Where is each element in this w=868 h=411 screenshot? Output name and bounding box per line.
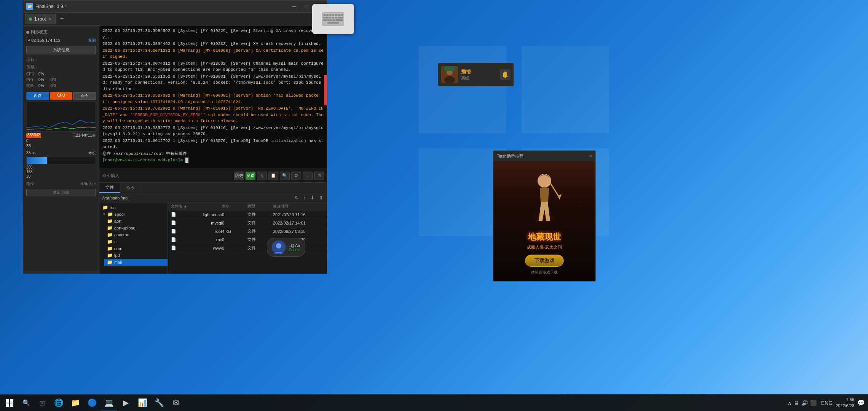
- term-line-4: 2022-06-23T15:27:39.5501052 0 [System] […: [102, 73, 324, 92]
- process-row3: 3B: [26, 143, 96, 148]
- tree-label-anacron: anacron: [114, 233, 129, 237]
- upload-btn[interactable]: ⬆: [318, 195, 324, 201]
- tree-item-run[interactable]: 📁 run: [99, 204, 168, 211]
- game-ad-header: Flash助手推荐 ✕: [493, 151, 595, 161]
- download-btn[interactable]: ⬇: [310, 195, 315, 201]
- game-ad-close-btn[interactable]: ✕: [589, 154, 592, 159]
- history-btn[interactable]: 历史: [234, 172, 244, 180]
- up-btn[interactable]: ↑: [303, 195, 307, 201]
- send-btn[interactable]: 发送: [246, 172, 255, 180]
- file-row-root[interactable]: 📄root 4 KB 文件 2022/06/27 03:35: [168, 227, 327, 236]
- ie-btn[interactable]: 🔵: [84, 395, 101, 411]
- paste-btn[interactable]: 📋: [268, 172, 278, 180]
- file-modified-root: 2022/06/27 03:35: [273, 229, 324, 234]
- file-size-mysql: 0: [222, 221, 247, 225]
- user-info: 颓悟 离线: [461, 68, 497, 81]
- sys-icons: ∧ 🖥 🔊 ⬛: [788, 400, 817, 406]
- refresh-btn[interactable]: ↻: [294, 195, 300, 201]
- file-type-root: 文件: [247, 228, 273, 234]
- file-size-lighthouse: 0: [222, 212, 247, 217]
- lang-label[interactable]: ENG: [821, 400, 833, 406]
- minimize-button[interactable]: ─: [289, 2, 300, 11]
- file-row-lighthouse[interactable]: 📄lighthouse 0 文件 2021/07/20 11:16: [168, 210, 327, 219]
- tree-item-spool[interactable]: ▼ 📁 spool: [99, 211, 168, 218]
- finalshell-taskbar-btn[interactable]: 💻: [101, 395, 117, 411]
- explorer-btn[interactable]: 📁: [67, 395, 84, 411]
- file-size-www: 0: [222, 246, 247, 250]
- task-view-btn[interactable]: ⊞: [34, 395, 50, 411]
- cmd-tab-btn[interactable]: 命令: [73, 92, 96, 100]
- expand-btn[interactable]: ⊡: [314, 172, 324, 180]
- network-icon[interactable]: 🖥: [794, 400, 799, 406]
- term-line-6: 2022-06-23T15:31:39.7682902 0 [Warning] …: [102, 105, 324, 124]
- search-button[interactable]: 🔍: [19, 395, 34, 411]
- svg-rect-13: [341, 14, 343, 16]
- net-total-row: 30: [26, 174, 96, 178]
- tree-label-spool: spool: [115, 212, 124, 217]
- net-recv-row: 306: [26, 165, 96, 169]
- cpu-tab-btn[interactable]: CPU: [50, 92, 73, 100]
- notification-btn[interactable]: 💬: [857, 399, 865, 406]
- app3-btn[interactable]: 🔧: [151, 395, 168, 411]
- folder-icon-lpd: 📁: [107, 253, 113, 258]
- tree-item-at[interactable]: 📁 at: [104, 238, 168, 245]
- game-dl-btn[interactable]: 下载游戏: [525, 255, 564, 267]
- taskbar-clock[interactable]: 7:56 2022/6/28: [836, 397, 854, 409]
- cmd-tab[interactable]: 命令: [120, 183, 141, 193]
- volume-icon[interactable]: 🔊: [801, 400, 808, 406]
- net-send-row: 168: [26, 170, 96, 174]
- svg-rect-18: [335, 17, 337, 19]
- folder-icon-spool: 📁: [107, 212, 113, 217]
- ip-row: IP 82.156.174.112 复制: [23, 37, 99, 44]
- file-type-lighthouse: 文件: [247, 212, 273, 217]
- tree-item-cron[interactable]: 📁 cron: [104, 245, 168, 252]
- svg-point-30: [504, 77, 506, 78]
- tree-item-abrt-upload[interactable]: 📁 abrt-upload: [104, 225, 168, 231]
- scroll-down-btn[interactable]: ↓: [303, 172, 313, 180]
- svg-rect-10: [332, 14, 334, 16]
- game-ad-content: 地藏现世 成魔人佛·忘念之间 下载游戏 体验该游戏下载: [493, 161, 595, 281]
- file-type-mysql: 文件: [247, 220, 273, 226]
- svg-rect-25: [327, 22, 339, 24]
- copy-ip-btn[interactable]: 复制: [88, 38, 96, 43]
- copy-btn[interactable]: ⎘: [257, 172, 267, 180]
- tab-root[interactable]: 1 root ✕: [25, 14, 56, 24]
- tab-close-btn[interactable]: ✕: [48, 17, 52, 22]
- mem-tab-btn[interactable]: 内存: [26, 92, 49, 100]
- upgrade-btn[interactable]: 激活/升级: [26, 189, 96, 196]
- perf-stats: 33ms 本机 306 168 30: [23, 149, 99, 180]
- clock-time: 7:56: [836, 397, 854, 403]
- start-button[interactable]: [0, 395, 19, 411]
- tree-item-abrt[interactable]: 📁 abrt: [104, 218, 168, 225]
- chat-bubble[interactable]: LQ Air Online: [267, 238, 305, 257]
- media-btn[interactable]: ▶: [117, 395, 134, 411]
- cmd-input[interactable]: [122, 174, 231, 178]
- search-btn[interactable]: 🔍: [280, 172, 290, 180]
- folder-icon-anacron: 📁: [107, 232, 113, 237]
- chevron-up-icon[interactable]: ∧: [788, 400, 791, 406]
- app2-btn[interactable]: 📊: [134, 395, 151, 411]
- avail-label: 可用/大小: [80, 181, 96, 186]
- file-tab[interactable]: 文件: [99, 183, 120, 193]
- settings-btn[interactable]: ⚙: [291, 172, 301, 180]
- file-list-header: 文件名 ▲ 大小 类型 修改时间: [168, 202, 327, 210]
- sysinfo-btn[interactable]: 系统信息: [26, 46, 96, 54]
- net-send: 168: [26, 170, 33, 174]
- battery-icon[interactable]: ⬛: [810, 400, 817, 406]
- terminal-output[interactable]: 2022-06-23T15:27:30.3984592 0 [System] […: [99, 25, 327, 169]
- tree-item-mail[interactable]: 📁 mail: [104, 259, 168, 266]
- running-row: 运行 -: [23, 56, 99, 63]
- tree-item-anacron[interactable]: 📁 anacron: [104, 231, 168, 238]
- edge-btn[interactable]: 🌐: [50, 395, 67, 411]
- sidebar: 同步状态 IP 82.156.174.112 复制 系统信息 运行 - 负载 -…: [23, 25, 99, 274]
- mail-btn[interactable]: ✉: [168, 395, 184, 411]
- svg-rect-8: [326, 14, 329, 16]
- tab-add-btn[interactable]: +: [57, 14, 67, 24]
- ip-label: IP 82.156.174.112: [26, 38, 61, 43]
- tree-label-abrt: abrt: [114, 219, 121, 223]
- file-row-mysql[interactable]: 📄mysql 0 文件 2022/02/17 14:01: [168, 219, 327, 227]
- app-icon: 📁: [26, 3, 33, 10]
- keyboard-widget[interactable]: [312, 4, 354, 34]
- tree-item-lpd[interactable]: 📁 lpd: [104, 252, 168, 259]
- maximize-button[interactable]: □: [301, 2, 312, 11]
